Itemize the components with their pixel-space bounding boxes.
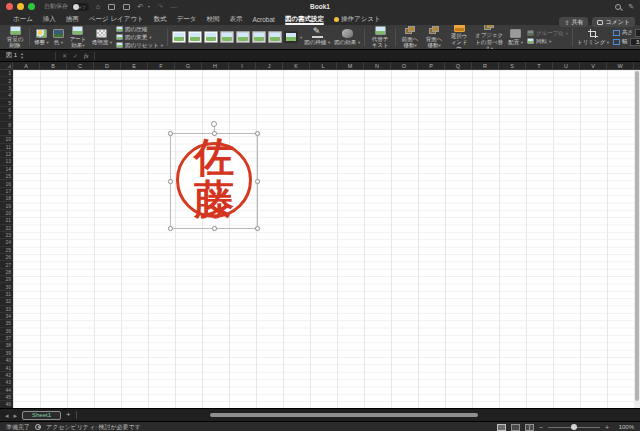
page-layout-view-icon[interactable] [511,424,520,431]
selection-handle[interactable] [212,226,217,231]
picture-style-thumbnail[interactable] [284,31,298,43]
zoom-percentage[interactable]: 100% [614,424,634,430]
share-button[interactable]: ⇧ 共有 [559,17,588,27]
selection-handle[interactable] [255,226,260,231]
name-box[interactable]: 図 1 ▲▼ [0,51,52,60]
normal-view-icon[interactable] [497,424,506,431]
rotate-button[interactable]: 回転▾ [527,38,568,45]
row-header-6[interactable]: 6 [0,107,13,114]
row-header-37[interactable]: 37 [0,335,13,342]
cancel-icon[interactable]: ✕ [62,52,67,59]
column-header-F[interactable]: F [148,62,175,69]
zoom-in-icon[interactable]: + [605,424,609,431]
zoom-slider[interactable] [548,427,600,428]
comments-button[interactable]: コメント [592,17,635,27]
row-header-8[interactable]: 8 [0,122,13,129]
transparency-button[interactable]: 透明度 ▾ [90,29,114,46]
alt-text-button[interactable]: 代替テキスト [367,26,393,48]
shape-height-input[interactable]: 3.07" [635,29,640,37]
column-header-C[interactable]: C [67,62,94,69]
row-header-12[interactable]: 12 [0,151,13,158]
row-header-13[interactable]: 13 [0,158,13,165]
selection-handle[interactable] [168,226,173,231]
row-header-30[interactable]: 30 [0,283,13,290]
page-break-view-icon[interactable] [525,424,534,431]
column-header-Q[interactable]: Q [445,62,472,69]
ribbon-tab-4[interactable]: 数式 [149,13,172,25]
ribbon-tab-1[interactable]: 挿入 [38,13,61,25]
next-sheet-icon[interactable]: ▸ [14,412,18,419]
autosave-toggle[interactable]: オフ [72,3,89,11]
compress-picture-button[interactable]: 図の圧縮 [116,26,163,33]
row-header-36[interactable]: 36 [0,328,13,335]
column-header-P[interactable]: P [418,62,445,69]
bring-forward-button[interactable]: 前面へ移動▾ [398,26,422,49]
prev-sheet-icon[interactable]: ◂ [5,412,9,419]
row-header-20[interactable]: 20 [0,210,13,217]
row-header-41[interactable]: 41 [0,364,13,371]
overflow-dash-icon[interactable]: — [170,3,177,10]
row-header-31[interactable]: 31 [0,291,13,298]
row-header-22[interactable]: 22 [0,225,13,232]
close-window-button[interactable] [6,3,13,10]
row-header-40[interactable]: 40 [0,357,13,364]
column-header-H[interactable]: H [202,62,229,69]
column-header-V[interactable]: V [580,62,607,69]
ribbon-tab-6[interactable]: 校閲 [202,13,225,25]
row-header-26[interactable]: 26 [0,254,13,261]
search-icon[interactable] [615,4,621,10]
insert-function-icon[interactable]: fx [84,53,88,59]
zoom-window-button[interactable] [28,3,35,10]
shape-width-input[interactable]: 3.16" [630,38,640,46]
artistic-effects-button[interactable]: アート効果▾ [66,26,90,49]
picture-effects-button[interactable]: 図の効果 ▾ [332,29,362,46]
column-header-N[interactable]: N [364,62,391,69]
row-header-33[interactable]: 33 [0,306,13,313]
row-header-24[interactable]: 24 [0,239,13,246]
accessibility-icon[interactable] [35,424,41,430]
accessibility-status[interactable]: アクセシビリティ: 検討が必要です [46,423,141,431]
align-button[interactable]: 配置 ▾ [506,29,525,46]
corrections-button[interactable]: 修整 ▾ [32,29,51,46]
compose-icon[interactable]: ✎ [628,3,634,11]
row-header-28[interactable]: 28 [0,269,13,276]
row-header-1[interactable]: 1 [0,70,13,77]
zoom-slider-knob[interactable] [571,424,577,430]
print-icon[interactable] [123,4,130,10]
selection-handle[interactable] [168,131,173,136]
row-header-14[interactable]: 14 [0,166,13,173]
ribbon-tab-5[interactable]: データ [172,13,202,25]
selection-handle[interactable] [255,131,260,136]
column-header-T[interactable]: T [526,62,553,69]
zoom-out-icon[interactable]: − [539,424,543,431]
home-icon[interactable]: ⌂ [96,3,100,10]
row-header-34[interactable]: 34 [0,313,13,320]
column-header-S[interactable]: S [499,62,526,69]
column-header-K[interactable]: K [283,62,310,69]
row-header-7[interactable]: 7 [0,114,13,121]
row-header-35[interactable]: 35 [0,320,13,327]
column-header-B[interactable]: B [40,62,67,69]
picture-style-thumbnail[interactable] [220,31,234,43]
vertical-scrollbar[interactable] [634,70,640,408]
picture-border-button[interactable]: 図の枠線 ▾ [302,29,332,46]
send-backward-button[interactable]: 背面へ移動▾ [422,26,446,49]
selected-picture[interactable]: 佐 藤 [170,133,258,229]
row-header-15[interactable]: 15 [0,173,13,180]
row-header-2[interactable]: 2 [0,77,13,84]
row-header-3[interactable]: 3 [0,85,13,92]
column-header-A[interactable]: A [13,62,40,69]
minimize-window-button[interactable] [17,3,24,10]
row-header-44[interactable]: 44 [0,386,13,393]
row-header-45[interactable]: 45 [0,394,13,401]
column-header-J[interactable]: J [256,62,283,69]
row-header-11[interactable]: 11 [0,144,13,151]
add-sheet-button[interactable]: + [66,411,71,419]
undo-caret-icon[interactable]: ▾ [148,4,150,9]
reset-picture-button[interactable]: 図のリセット▾ [116,42,163,49]
undo-icon[interactable]: ↶ [137,3,143,10]
formula-input[interactable] [98,50,640,61]
vertical-scrollbar-thumb[interactable] [635,71,639,401]
horizontal-scrollbar-thumb[interactable] [210,413,478,417]
picture-style-thumbnail[interactable] [188,31,202,43]
